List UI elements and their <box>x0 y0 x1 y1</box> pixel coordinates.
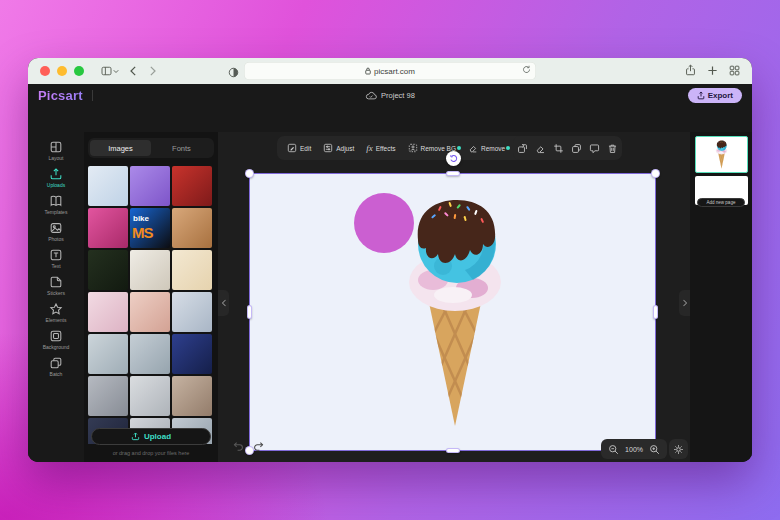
collapse-left-panel-button[interactable] <box>218 290 229 316</box>
thumbnail-blue-portrait[interactable] <box>172 334 212 374</box>
sidebar-item-uploads[interactable]: Uploads <box>33 164 79 190</box>
sidebar-item-templates[interactable]: Templates <box>33 191 79 217</box>
divider <box>92 90 93 101</box>
upload-button-icon <box>131 432 140 441</box>
add-new-page-button[interactable]: Add new page <box>697 198 745 207</box>
edit-button[interactable]: Edit <box>281 143 317 153</box>
effects-button[interactable]: fx Effects <box>360 143 401 153</box>
zoom-out-button[interactable] <box>608 444 619 455</box>
thumbnail-pink-floral[interactable] <box>88 292 128 332</box>
crop-button[interactable] <box>551 140 567 156</box>
thumbnail-couch[interactable] <box>88 376 128 416</box>
eraser-button[interactable] <box>533 140 549 156</box>
desktop-background: picsart.com Picsart <box>0 0 780 520</box>
rotate-handle[interactable] <box>446 151 461 166</box>
remove-eraser-icon <box>468 143 478 153</box>
sidebar-toggle-icon[interactable] <box>100 65 119 77</box>
comment-button[interactable] <box>586 140 602 156</box>
share-icon[interactable] <box>685 62 696 80</box>
sidebar-item-photos[interactable]: Photos <box>33 218 79 244</box>
back-button[interactable] <box>129 66 138 76</box>
new-tab-icon[interactable] <box>707 62 718 80</box>
zoom-out-icon <box>608 444 619 455</box>
redo-button[interactable] <box>253 438 265 456</box>
delete-button[interactable] <box>604 140 620 156</box>
undo-button[interactable] <box>232 438 244 456</box>
collapse-right-panel-button[interactable] <box>679 290 690 316</box>
sidebar-item-layout[interactable]: Layout <box>33 137 79 163</box>
thumbnail-group-2[interactable] <box>130 334 170 374</box>
remove-button[interactable]: Remove <box>462 143 511 153</box>
thumbnail-headphones[interactable] <box>130 166 170 206</box>
sidebar-item-label: Templates <box>45 209 68 215</box>
gear-icon <box>673 444 684 455</box>
upload-icon <box>49 167 63 181</box>
duplicate-button[interactable] <box>568 140 584 156</box>
thumbnail-ice-cream[interactable] <box>88 166 128 206</box>
zoom-in-button[interactable] <box>649 444 660 455</box>
tab-images[interactable]: Images <box>90 140 151 156</box>
sidebar-item-stickers[interactable]: Stickers <box>33 272 79 298</box>
canvas-settings-button[interactable] <box>669 439 688 459</box>
adjust-icon <box>323 143 333 153</box>
canvas-artwork <box>250 174 655 450</box>
uploads-tabs: Images Fonts <box>88 138 214 158</box>
object-toolbar <box>513 136 622 160</box>
comment-icon <box>589 143 600 154</box>
url-bar[interactable]: picsart.com <box>244 62 536 80</box>
privacy-shield-icon[interactable] <box>228 64 239 82</box>
export-button[interactable]: Export <box>688 88 742 103</box>
effects-fx-icon: fx <box>366 143 373 153</box>
sidebar-item-text[interactable]: Text <box>33 245 79 271</box>
thumbnail-tote-bag[interactable] <box>130 250 170 290</box>
thumbnail-baby[interactable] <box>130 292 170 332</box>
reload-icon[interactable] <box>522 65 531 76</box>
thumbnail-group-1[interactable] <box>88 334 128 374</box>
tab-fonts[interactable]: Fonts <box>151 140 212 156</box>
zoom-level[interactable]: 100% <box>625 446 643 453</box>
canvas-artboard[interactable] <box>250 174 655 450</box>
sidebar-item-background[interactable]: Background <box>33 326 79 352</box>
zoom-controls: 100% <box>601 439 667 459</box>
workspace: Layout Uploads Templates Photos <box>28 132 752 462</box>
project-title[interactable]: Project 98 <box>365 91 415 100</box>
minimize-window-button[interactable] <box>57 66 67 76</box>
sidebar-item-label: Stickers <box>47 290 65 296</box>
sidebar-item-batch[interactable]: Batch <box>33 353 79 379</box>
thumbnail-couple[interactable] <box>172 376 212 416</box>
chrome-actions <box>685 58 740 84</box>
tab-overview-icon[interactable] <box>729 62 740 80</box>
url-text: picsart.com <box>374 67 415 76</box>
crop-icon <box>553 143 564 154</box>
thumbnail-bike-ms[interactable]: bikeMS <box>130 208 170 248</box>
thumbnail-wreath-logo[interactable] <box>88 250 128 290</box>
thumbnail-beach[interactable] <box>172 208 212 248</box>
drop-hint-text: or drag and drop your files here <box>84 450 218 456</box>
window-controls <box>40 66 84 76</box>
maximize-window-button[interactable] <box>74 66 84 76</box>
ice-cream-image <box>409 200 501 426</box>
thumbnail-woman-red[interactable] <box>172 166 212 206</box>
layout-icon <box>49 140 63 154</box>
export-icon <box>697 91 705 100</box>
sidebar-item-elements[interactable]: Elements <box>33 299 79 325</box>
replace-image-button[interactable] <box>515 140 531 156</box>
rotate-icon <box>449 154 458 163</box>
sidebar-item-label: Layout <box>48 155 63 161</box>
stickers-icon <box>49 275 63 289</box>
zoom-in-icon <box>649 444 660 455</box>
sidebar-item-label: Photos <box>48 236 64 242</box>
thumbnail-pink-fashion[interactable] <box>88 208 128 248</box>
forward-button[interactable] <box>148 66 157 76</box>
thumbnail-poster[interactable] <box>172 250 212 290</box>
thumbnail-jump[interactable] <box>130 376 170 416</box>
lock-icon <box>365 67 371 75</box>
sidebar-item-label: Elements <box>46 317 67 323</box>
browser-window: picsart.com Picsart <box>28 58 752 462</box>
adjust-button[interactable]: Adjust <box>317 143 360 153</box>
thumbnail-portrait[interactable] <box>172 292 212 332</box>
upload-button[interactable]: Upload <box>91 428 211 445</box>
page-thumbnail-selected[interactable] <box>695 136 748 173</box>
close-window-button[interactable] <box>40 66 50 76</box>
undo-icon <box>232 441 244 452</box>
